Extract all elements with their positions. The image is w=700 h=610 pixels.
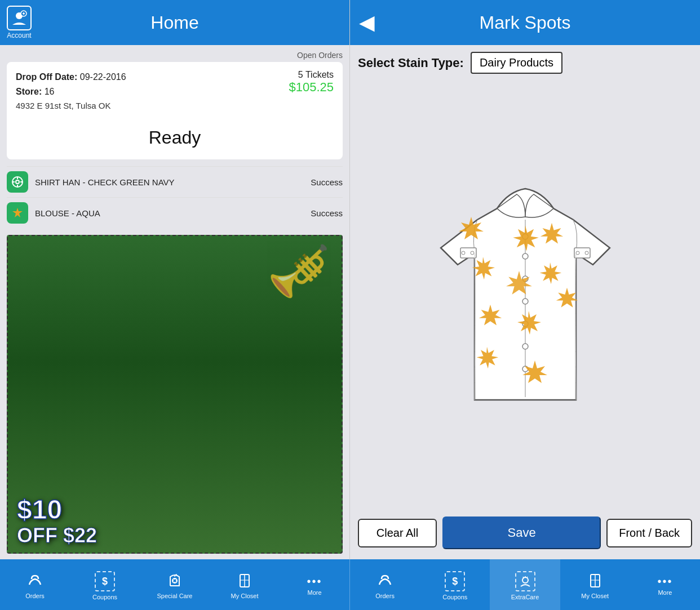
nav-left-orders[interactable]: Orders bbox=[0, 559, 70, 610]
back-button[interactable]: ◀ bbox=[359, 12, 375, 33]
orders-icon bbox=[27, 572, 43, 590]
account-label: Account bbox=[7, 32, 31, 39]
item-row-1[interactable]: BLOUSE - AQUA Success bbox=[7, 197, 343, 228]
svg-point-38 bbox=[522, 577, 528, 583]
clear-all-button[interactable]: Clear All bbox=[358, 519, 437, 547]
svg-marker-27 bbox=[506, 271, 532, 295]
svg-marker-30 bbox=[517, 311, 541, 335]
nav-special-care-label: Special Care bbox=[157, 593, 193, 599]
svg-point-18 bbox=[462, 251, 465, 255]
item-name-1: BLOUSE - AQUA bbox=[35, 208, 311, 218]
svg-point-15 bbox=[522, 344, 528, 349]
splat-6 bbox=[538, 261, 562, 286]
nav-my-closet-label-left: My Closet bbox=[231, 593, 259, 599]
nav-extra-care-label: ExtraCare bbox=[511, 594, 539, 600]
splat-7 bbox=[478, 304, 503, 328]
shirt-container bbox=[429, 175, 621, 422]
svg-marker-29 bbox=[479, 305, 502, 326]
save-button[interactable]: Save bbox=[442, 517, 601, 549]
svg-marker-26 bbox=[472, 257, 495, 279]
svg-point-19 bbox=[471, 251, 474, 255]
svg-point-13 bbox=[522, 299, 528, 304]
order-left-info: Drop Off Date: 09-22-2016 Store: 16 bbox=[16, 70, 126, 99]
splat-2 bbox=[511, 224, 540, 253]
promo-image: 🎺 bbox=[267, 242, 330, 301]
splat-1 bbox=[458, 216, 485, 243]
nav-orders-label: Orders bbox=[25, 593, 45, 599]
nav-my-closet-label-right: My Closet bbox=[581, 593, 609, 599]
order-status: Ready bbox=[16, 122, 334, 152]
nav-more-label-right: More bbox=[658, 589, 672, 596]
svg-marker-8 bbox=[12, 208, 23, 217]
open-orders-label: Open Orders bbox=[7, 51, 343, 60]
splat-5 bbox=[505, 270, 533, 298]
stain-type-label: Select Stain Type: bbox=[358, 56, 464, 70]
promo-text: $10 OFF $22 bbox=[17, 495, 97, 547]
nav-left-more[interactable]: ••• More bbox=[280, 559, 349, 610]
coupons-icon-box-right: $ bbox=[445, 571, 465, 591]
nav-coupons-label-right: Coupons bbox=[442, 594, 467, 600]
nav-left-my-closet[interactable]: My Closet bbox=[210, 559, 280, 610]
splat-11 bbox=[521, 359, 548, 386]
splat-8 bbox=[515, 310, 542, 337]
account-icon bbox=[7, 6, 32, 30]
left-header: Account Home bbox=[0, 0, 350, 45]
action-buttons: Clear All Save Front / Back bbox=[358, 517, 692, 549]
svg-marker-28 bbox=[539, 262, 561, 284]
coupons-icon-box: $ bbox=[95, 571, 115, 591]
item-status-1: Success bbox=[311, 208, 343, 218]
stain-type-row: Select Stain Type: Dairy Products bbox=[358, 52, 692, 74]
my-closet-icon-right bbox=[587, 572, 603, 590]
item-status-0: Success bbox=[311, 177, 343, 187]
right-header-title: Mark Spots bbox=[480, 12, 571, 33]
svg-marker-32 bbox=[476, 346, 498, 368]
item-icon-0 bbox=[7, 171, 28, 193]
nav-right: Orders $ Coupons ExtraCare bbox=[350, 559, 700, 610]
nav-right-more[interactable]: ••• More bbox=[630, 559, 700, 610]
promo-banner[interactable]: 🎺 $10 OFF $22 bbox=[7, 235, 343, 554]
more-icon-left: ••• bbox=[307, 576, 322, 587]
svg-point-21 bbox=[576, 251, 579, 255]
nav-right-extra-care[interactable]: ExtraCare bbox=[490, 559, 560, 610]
splat-10 bbox=[475, 346, 499, 371]
order-card[interactable]: Drop Off Date: 09-22-2016 Store: 16 5 Ti… bbox=[7, 62, 343, 159]
svg-point-11 bbox=[522, 253, 528, 259]
nav-right-orders[interactable]: Orders bbox=[350, 559, 420, 610]
drop-off-label: Drop Off Date: bbox=[16, 72, 77, 82]
account-button[interactable]: Account bbox=[7, 6, 32, 39]
nav-right-coupons[interactable]: $ Coupons bbox=[420, 559, 490, 610]
items-list: SHIRT HAN - CHECK GREEN NAVY Success BLO… bbox=[7, 166, 343, 228]
drop-off-date: 09-22-2016 bbox=[80, 72, 126, 82]
stain-type-selector[interactable]: Dairy Products bbox=[471, 52, 562, 74]
svg-point-3 bbox=[16, 180, 19, 184]
splat-4 bbox=[470, 256, 496, 282]
svg-marker-33 bbox=[522, 360, 547, 383]
splat-9 bbox=[555, 287, 579, 310]
shirt-area[interactable] bbox=[358, 81, 692, 517]
store-label: Store: bbox=[16, 87, 42, 96]
nav-left: Orders $ Coupons Special Care bbox=[0, 559, 350, 610]
nav-left-special-care[interactable]: Special Care bbox=[140, 559, 210, 610]
front-back-button[interactable]: Front / Back bbox=[606, 519, 692, 547]
nav-left-coupons[interactable]: $ Coupons bbox=[70, 559, 140, 610]
bottom-nav: Orders $ Coupons Special Care bbox=[0, 559, 700, 610]
orders-icon-right bbox=[377, 572, 393, 590]
order-price: $105.25 bbox=[289, 80, 334, 95]
left-panel: Open Orders Drop Off Date: 09-22-2016 St… bbox=[0, 45, 350, 559]
nav-coupons-label: Coupons bbox=[92, 594, 117, 600]
tickets-count: 5 Tickets bbox=[289, 70, 334, 80]
nav-right-my-closet[interactable]: My Closet bbox=[560, 559, 630, 610]
right-panel: Select Stain Type: Dairy Products bbox=[350, 45, 700, 559]
item-name-0: SHIRT HAN - CHECK GREEN NAVY bbox=[35, 177, 311, 187]
splat-3 bbox=[539, 222, 564, 247]
svg-marker-25 bbox=[540, 222, 563, 243]
item-row[interactable]: SHIRT HAN - CHECK GREEN NAVY Success bbox=[7, 166, 343, 197]
extra-care-icon-box bbox=[515, 571, 535, 591]
my-closet-icon-left bbox=[237, 572, 252, 590]
right-header: ◀ Mark Spots bbox=[350, 0, 700, 45]
svg-point-22 bbox=[585, 251, 588, 255]
svg-marker-23 bbox=[459, 217, 484, 239]
nav-more-label-left: More bbox=[307, 589, 321, 596]
order-right-info: 5 Tickets $105.25 bbox=[289, 70, 334, 95]
more-icon-right: ••• bbox=[657, 576, 672, 587]
